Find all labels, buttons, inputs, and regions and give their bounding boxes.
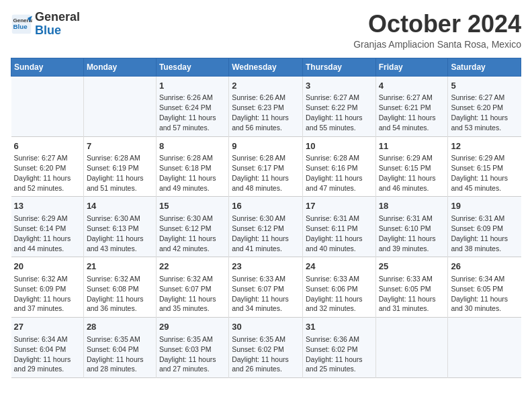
- cell-daylight-info: Sunrise: 6:31 AM Sunset: 6:11 PM Dayligh…: [306, 214, 363, 253]
- cell-daylight-info: Sunrise: 6:27 AM Sunset: 6:20 PM Dayligh…: [451, 93, 508, 132]
- cell-daylight-info: Sunrise: 6:33 AM Sunset: 6:06 PM Dayligh…: [306, 275, 363, 313]
- page-header: General Blue General Blue October 2024 G…: [11, 11, 521, 50]
- cell-daylight-info: Sunrise: 6:32 AM Sunset: 6:09 PM Dayligh…: [14, 275, 71, 313]
- calendar-row: 13Sunrise: 6:29 AM Sunset: 6:14 PM Dayli…: [11, 197, 521, 257]
- day-number: 4: [379, 80, 445, 92]
- cell-daylight-info: Sunrise: 6:30 AM Sunset: 6:12 PM Dayligh…: [232, 214, 289, 253]
- day-number: 7: [87, 140, 153, 152]
- calendar-cell: 11Sunrise: 6:29 AM Sunset: 6:15 PM Dayli…: [375, 136, 448, 197]
- cell-daylight-info: Sunrise: 6:31 AM Sunset: 6:09 PM Dayligh…: [451, 214, 508, 253]
- cell-daylight-info: Sunrise: 6:28 AM Sunset: 6:18 PM Dayligh…: [159, 154, 216, 192]
- day-number: 27: [14, 321, 81, 333]
- calendar-cell: [375, 318, 448, 378]
- cell-daylight-info: Sunrise: 6:34 AM Sunset: 6:05 PM Dayligh…: [451, 275, 508, 313]
- day-number: 6: [14, 140, 81, 152]
- day-number: 21: [87, 261, 153, 273]
- calendar-cell: 13Sunrise: 6:29 AM Sunset: 6:14 PM Dayli…: [11, 197, 84, 257]
- calendar-cell: 20Sunrise: 6:32 AM Sunset: 6:09 PM Dayli…: [11, 257, 84, 318]
- day-number: 30: [232, 321, 300, 333]
- day-number: 19: [451, 200, 518, 212]
- cell-daylight-info: Sunrise: 6:30 AM Sunset: 6:12 PM Dayligh…: [159, 214, 216, 253]
- calendar-cell: 29Sunrise: 6:35 AM Sunset: 6:03 PM Dayli…: [156, 318, 228, 378]
- calendar-cell: 21Sunrise: 6:32 AM Sunset: 6:08 PM Dayli…: [83, 257, 156, 318]
- calendar-cell: 3Sunrise: 6:27 AM Sunset: 6:22 PM Daylig…: [302, 76, 375, 136]
- calendar-cell: 12Sunrise: 6:29 AM Sunset: 6:15 PM Dayli…: [448, 136, 521, 197]
- weekday-header: Tuesday: [156, 58, 228, 76]
- cell-daylight-info: Sunrise: 6:34 AM Sunset: 6:04 PM Dayligh…: [14, 335, 71, 373]
- weekday-row: SundayMondayTuesdayWednesdayThursdayFrid…: [11, 58, 521, 76]
- calendar-table: SundayMondayTuesdayWednesdayThursdayFrid…: [11, 58, 521, 379]
- cell-daylight-info: Sunrise: 6:29 AM Sunset: 6:15 PM Dayligh…: [379, 154, 436, 192]
- cell-daylight-info: Sunrise: 6:28 AM Sunset: 6:16 PM Dayligh…: [306, 154, 363, 192]
- calendar-cell: 25Sunrise: 6:33 AM Sunset: 6:05 PM Dayli…: [375, 257, 448, 318]
- cell-daylight-info: Sunrise: 6:27 AM Sunset: 6:22 PM Dayligh…: [306, 93, 363, 132]
- calendar-cell: 2Sunrise: 6:26 AM Sunset: 6:23 PM Daylig…: [229, 76, 303, 136]
- calendar-cell: 9Sunrise: 6:28 AM Sunset: 6:17 PM Daylig…: [229, 136, 303, 197]
- calendar-cell: 1Sunrise: 6:26 AM Sunset: 6:24 PM Daylig…: [156, 76, 228, 136]
- location: Granjas Ampliacion Santa Rosa, Mexico: [353, 39, 521, 50]
- calendar-cell: 22Sunrise: 6:32 AM Sunset: 6:07 PM Dayli…: [156, 257, 228, 318]
- cell-daylight-info: Sunrise: 6:35 AM Sunset: 6:04 PM Dayligh…: [87, 335, 144, 373]
- day-number: 23: [232, 261, 300, 273]
- cell-daylight-info: Sunrise: 6:32 AM Sunset: 6:08 PM Dayligh…: [87, 275, 144, 313]
- calendar-cell: 16Sunrise: 6:30 AM Sunset: 6:12 PM Dayli…: [229, 197, 303, 257]
- calendar-body: 1Sunrise: 6:26 AM Sunset: 6:24 PM Daylig…: [11, 76, 521, 378]
- day-number: 8: [159, 140, 226, 152]
- month-title: October 2024: [353, 11, 521, 38]
- weekday-header: Thursday: [302, 58, 375, 76]
- calendar-cell: 26Sunrise: 6:34 AM Sunset: 6:05 PM Dayli…: [448, 257, 521, 318]
- cell-daylight-info: Sunrise: 6:29 AM Sunset: 6:14 PM Dayligh…: [14, 214, 71, 253]
- cell-daylight-info: Sunrise: 6:26 AM Sunset: 6:23 PM Dayligh…: [232, 93, 289, 132]
- day-number: 28: [87, 321, 153, 333]
- day-number: 9: [232, 140, 300, 152]
- calendar-cell: 7Sunrise: 6:28 AM Sunset: 6:19 PM Daylig…: [83, 136, 156, 197]
- day-number: 29: [159, 321, 226, 333]
- cell-daylight-info: Sunrise: 6:30 AM Sunset: 6:13 PM Dayligh…: [87, 214, 144, 253]
- day-number: 13: [14, 200, 81, 212]
- day-number: 24: [306, 261, 373, 273]
- calendar-cell: 19Sunrise: 6:31 AM Sunset: 6:09 PM Dayli…: [448, 197, 521, 257]
- cell-daylight-info: Sunrise: 6:36 AM Sunset: 6:02 PM Dayligh…: [306, 335, 363, 373]
- day-number: 2: [232, 80, 300, 92]
- calendar-cell: 30Sunrise: 6:35 AM Sunset: 6:02 PM Dayli…: [229, 318, 303, 378]
- day-number: 22: [159, 261, 226, 273]
- day-number: 16: [232, 200, 300, 212]
- day-number: 14: [87, 200, 153, 212]
- weekday-header: Sunday: [11, 58, 84, 76]
- calendar-cell: 24Sunrise: 6:33 AM Sunset: 6:06 PM Dayli…: [302, 257, 375, 318]
- calendar-cell: 23Sunrise: 6:33 AM Sunset: 6:07 PM Dayli…: [229, 257, 303, 318]
- calendar-cell: [11, 76, 84, 136]
- logo-blue: Blue: [35, 24, 61, 37]
- calendar-cell: 15Sunrise: 6:30 AM Sunset: 6:12 PM Dayli…: [156, 197, 228, 257]
- cell-daylight-info: Sunrise: 6:28 AM Sunset: 6:17 PM Dayligh…: [232, 154, 289, 192]
- day-number: 12: [451, 140, 518, 152]
- day-number: 10: [306, 140, 373, 152]
- day-number: 25: [379, 261, 445, 273]
- weekday-header: Monday: [83, 58, 156, 76]
- day-number: 1: [159, 80, 226, 92]
- calendar-cell: 5Sunrise: 6:27 AM Sunset: 6:20 PM Daylig…: [448, 76, 521, 136]
- calendar-row: 20Sunrise: 6:32 AM Sunset: 6:09 PM Dayli…: [11, 257, 521, 318]
- cell-daylight-info: Sunrise: 6:29 AM Sunset: 6:15 PM Dayligh…: [451, 154, 508, 192]
- day-number: 17: [306, 200, 373, 212]
- calendar-cell: 6Sunrise: 6:27 AM Sunset: 6:20 PM Daylig…: [11, 136, 84, 197]
- calendar-cell: [448, 318, 521, 378]
- cell-daylight-info: Sunrise: 6:27 AM Sunset: 6:21 PM Dayligh…: [379, 93, 436, 132]
- logo-icon: General Blue: [11, 13, 32, 35]
- calendar-row: 1Sunrise: 6:26 AM Sunset: 6:24 PM Daylig…: [11, 76, 521, 136]
- day-number: 18: [379, 200, 445, 212]
- cell-daylight-info: Sunrise: 6:32 AM Sunset: 6:07 PM Dayligh…: [159, 275, 216, 313]
- title-area: October 2024 Granjas Ampliacion Santa Ro…: [353, 11, 521, 50]
- svg-text:Blue: Blue: [13, 23, 28, 30]
- day-number: 3: [306, 80, 373, 92]
- weekday-header: Wednesday: [229, 58, 303, 76]
- logo-text: General Blue: [35, 11, 80, 38]
- day-number: 5: [451, 80, 518, 92]
- cell-daylight-info: Sunrise: 6:33 AM Sunset: 6:07 PM Dayligh…: [232, 275, 289, 313]
- calendar-cell: 17Sunrise: 6:31 AM Sunset: 6:11 PM Dayli…: [302, 197, 375, 257]
- day-number: 26: [451, 261, 518, 273]
- cell-daylight-info: Sunrise: 6:35 AM Sunset: 6:02 PM Dayligh…: [232, 335, 289, 373]
- cell-daylight-info: Sunrise: 6:31 AM Sunset: 6:10 PM Dayligh…: [379, 214, 436, 253]
- calendar-cell: 31Sunrise: 6:36 AM Sunset: 6:02 PM Dayli…: [302, 318, 375, 378]
- calendar-cell: 18Sunrise: 6:31 AM Sunset: 6:10 PM Dayli…: [375, 197, 448, 257]
